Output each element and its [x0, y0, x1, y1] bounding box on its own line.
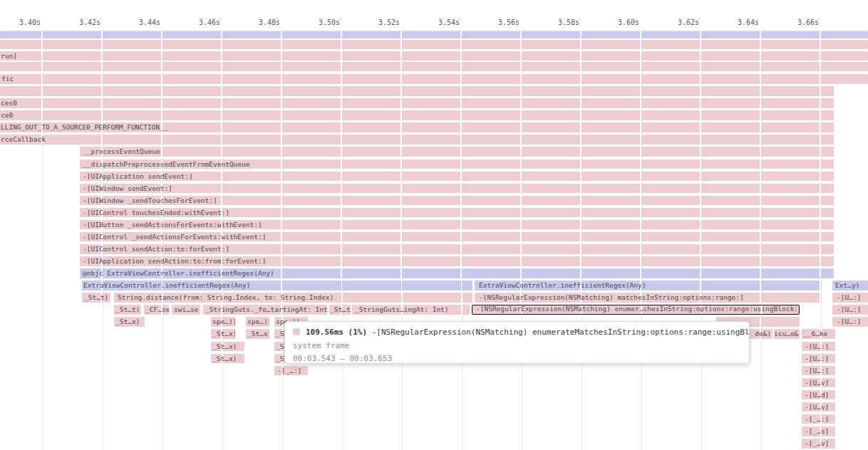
tooltip-duration: 109.56ms (1%) [306, 328, 367, 337]
flame-bar[interactable]: -[UIControl _sendActionsForEvents:withEv… [80, 232, 834, 242]
flame-bar[interactable]: ExtraViewController.inefficientRegex(Any… [475, 281, 822, 291]
flame-bar[interactable]: -[_…:] [274, 366, 308, 376]
flame-bar[interactable]: -[U…:] [832, 305, 868, 315]
flame-bar[interactable]: _St…x) [211, 354, 244, 364]
flame-bar[interactable]: -[U…:] [832, 317, 868, 327]
axis-tick-label: 3.54s [438, 19, 460, 26]
flame-bar[interactable]: icu…e&) [774, 329, 800, 339]
axis-tick-label: 3.56s [498, 19, 520, 26]
time-axis: 3.40s3.42s3.44s3.46s3.48s3.50s3.52s3.54s… [0, 0, 868, 31]
flame-bar[interactable]: ces0 [0, 98, 834, 108]
flame-bar[interactable]: -[_…:] [802, 414, 835, 424]
axis-tick-label: 3.42s [79, 19, 100, 26]
flame-bar[interactable]: ExtraViewController.inefficientRegex(Any… [82, 281, 472, 291]
flame-bar[interactable]: spe…)) [211, 317, 235, 327]
flame-bar[interactable]: -[_…s] [802, 427, 835, 436]
axis-tick-label: 3.66s [797, 19, 819, 26]
flame-bar[interactable]: run] [0, 51, 868, 61]
flame-bar[interactable]: -[UIApplication sendAction:to:from:forEv… [80, 256, 834, 266]
flame-bar[interactable]: _St…t) [82, 293, 110, 303]
axis-tick-label: 3.48s [259, 19, 280, 26]
flame-bar[interactable]: -[U…d] [802, 390, 835, 400]
flame-bar[interactable]: fic [0, 74, 868, 84]
tooltip-title-line: 109.56ms (1%) -[NSRegularExpression(NSMa… [293, 326, 741, 340]
flame-bar[interactable]: -[NSRegularExpression(NSMatching) matche… [475, 293, 822, 303]
flame-bar[interactable]: swi…se [172, 305, 200, 315]
flame-bar[interactable]: _StringGuts…ingAt: Int) [352, 305, 470, 315]
flame-bar[interactable]: -[_…v] [802, 439, 835, 449]
axis-tick-label: 3.58s [558, 19, 579, 26]
flame-bar[interactable]: LLING_OUT_TO_A_SOURCE0_PERFORM_FUNCTION_… [0, 122, 834, 132]
axis-tick-label: 3.62s [678, 19, 699, 26]
flame-bar[interactable]: Ext…y) [832, 281, 868, 291]
flame-bar[interactable]: rceCallback [0, 135, 834, 145]
flame-bar[interactable]: _St…x) [114, 317, 145, 327]
flame-bar[interactable]: __dispatchPreprocessedEventFromEventQueu… [80, 159, 834, 169]
flame-bar[interactable]: @objc ExtraViewController.inefficientReg… [80, 268, 834, 278]
flame-bar[interactable]: _St…x) [211, 329, 235, 339]
flame-bar[interactable]: __6…ke [802, 329, 835, 339]
tooltip-time-range: 00:03.543 — 00:03.653 [293, 352, 741, 364]
flame-bar[interactable]: _St…x) [246, 329, 269, 339]
flame-bar[interactable]: -[U…v] [802, 402, 835, 412]
flame-bar[interactable]: -[UIControl touchesEnded:withEvent:] [80, 208, 834, 218]
flame-bar[interactable]: _St…x) [211, 342, 244, 352]
frame-tooltip: 109.56ms (1%) -[NSRegularExpression(NSMa… [284, 321, 750, 364]
flame-bar[interactable]: -[U…:] [802, 366, 835, 376]
flame-bar[interactable]: -[UIControl sendAction:to:forEvent:] [80, 244, 834, 254]
axis-tick-label: 3.52s [378, 19, 400, 26]
flame-bar[interactable]: -[U…:] [832, 293, 868, 303]
category-color-swatch [293, 328, 300, 335]
tooltip-function-name: -[NSRegularExpression(NSMatching) enumer… [372, 328, 750, 337]
flame-bar[interactable]: _StringGuts._fo…tartingAt: Int) [203, 305, 327, 315]
flame-bar[interactable]: -[U…:] [802, 342, 835, 352]
flame-bar[interactable]: _CF…se [144, 305, 169, 315]
flame-bar[interactable] [0, 31, 868, 38]
flame-bar[interactable]: -[UIApplication sendEvent:] [80, 172, 834, 182]
flame-bar[interactable]: -[UIWindow _sendTouchesForEvent:] [80, 196, 834, 206]
flame-bar[interactable]: __processEventQueue [80, 147, 834, 157]
flame-bar[interactable]: ce0 [0, 110, 834, 120]
flame-bar[interactable]: String.distance(from: String.Index, to: … [114, 293, 472, 303]
axis-tick-label: 3.40s [19, 19, 41, 26]
axis-tick-label: 3.64s [738, 19, 759, 26]
profiler-stack-chart-panel: run]ficces0ce0LLING_OUT_TO_A_SOURCE0_PER… [0, 0, 868, 450]
flame-bar[interactable]: spe…)) [246, 317, 269, 327]
axis-tick-label: 3.60s [618, 19, 639, 26]
flame-chart-canvas[interactable]: run]ficces0ce0LLING_OUT_TO_A_SOURCE0_PER… [0, 0, 868, 450]
flame-bar[interactable]: -[U…v] [802, 378, 835, 388]
axis-tick-label: 3.46s [199, 19, 220, 26]
flame-bar[interactable]: -[UIButton _sendActionsForEvents:withEve… [80, 220, 834, 230]
flame-bar[interactable] [0, 86, 834, 96]
tooltip-category: system frame [293, 340, 741, 353]
axis-tick-label: 3.50s [319, 19, 340, 26]
flame-bar[interactable] [0, 40, 868, 49]
flame-bar[interactable]: _St…t) [329, 305, 351, 315]
flame-bar[interactable] [0, 62, 868, 71]
flame-bar[interactable]: -[U…:] [802, 354, 835, 364]
axis-tick-label: 3.44s [139, 19, 160, 26]
flame-bar[interactable]: -[UIWindow sendEvent:] [80, 184, 834, 194]
flame-bar[interactable]: _St…t) [114, 305, 141, 315]
flame-bar-selected[interactable]: -[NSRegularExpression(NSMatching) enumer… [472, 305, 800, 315]
